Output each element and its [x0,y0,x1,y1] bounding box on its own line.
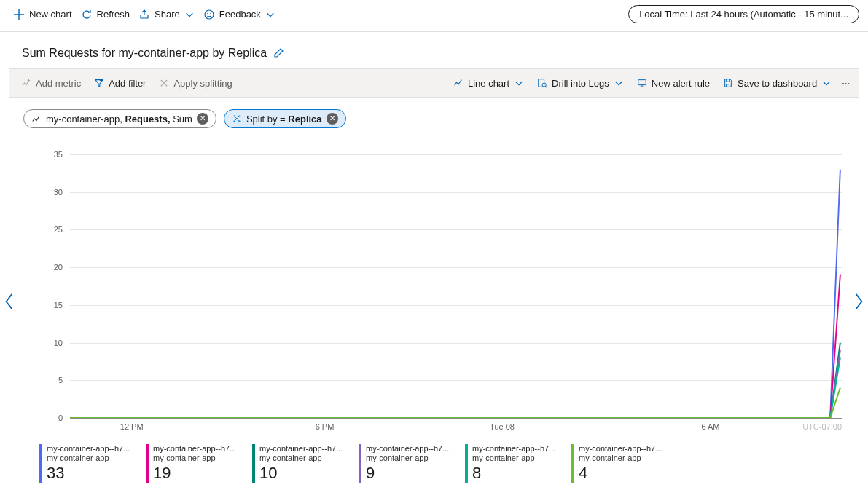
y-tick: 30 [54,188,63,197]
chart-area: 05101520253035 UTC-07:00 12 PM6 PMTue 08… [26,154,842,438]
series-line [70,388,840,418]
svg-point-2 [210,12,211,14]
drill-into-logs-button[interactable]: Drill into Logs [531,75,630,92]
filter-pill-row: my-container-app, Requests, Sum ✕ Split … [0,98,868,133]
legend-series-value: 8 [472,464,555,482]
chevron-down-icon [514,78,524,88]
filter-icon [94,78,104,88]
add-filter-label: Add filter [109,78,146,89]
chevron-down-icon [265,9,275,20]
x-tick: 12 PM [120,422,144,431]
x-tick: Tue 08 [490,422,515,431]
refresh-button[interactable]: Refresh [77,6,135,23]
new-chart-label: New chart [29,9,72,20]
series-line [70,343,840,418]
add-filter-button[interactable]: Add filter [88,75,152,92]
legend-item[interactable]: my-container-app--h7... my-container-app… [359,444,461,483]
line-chart-icon [453,78,464,88]
y-tick: 15 [54,301,63,309]
legend-color-bar [146,444,149,483]
refresh-icon [81,9,93,20]
legend-item[interactable]: my-container-app--h7... my-container-app… [465,444,567,483]
smiley-icon [203,9,215,20]
legend-item[interactable]: my-container-app--h7... my-container-app… [252,444,354,483]
add-metric-button[interactable]: Add metric [15,75,87,92]
legend-color-bar [39,444,42,483]
chevron-down-icon [614,78,624,88]
legend-item[interactable]: my-container-app--h7... my-container-app… [39,444,141,483]
legend-series-resource: my-container-app [579,454,662,463]
legend-series-resource: my-container-app [47,454,130,463]
legend-series-resource: my-container-app [153,454,236,463]
split-icon [232,114,242,124]
legend-color-bar [252,444,255,483]
split-icon [159,78,169,88]
prev-chart-arrow[interactable] [3,291,16,316]
series-line [70,357,840,418]
svg-rect-9 [638,80,646,85]
apply-splitting-button[interactable]: Apply splitting [153,75,238,92]
split-pill[interactable]: Split by = Replica ✕ [224,109,346,128]
chart-type-label: Line chart [468,78,509,89]
legend-series-name: my-container-app--h7... [366,444,449,454]
edit-icon[interactable] [273,47,284,59]
legend-series-value: 19 [153,464,236,482]
plus-icon [13,9,25,20]
remove-pill-icon[interactable]: ✕ [197,113,208,125]
svg-point-0 [205,10,214,19]
apply-splitting-label: Apply splitting [173,78,232,89]
new-alert-label: New alert rule [652,78,710,89]
remove-pill-icon[interactable]: ✕ [327,113,338,125]
time-range-picker[interactable]: Local Time: Last 24 hours (Automatic - 1… [628,5,859,23]
legend-series-value: 4 [579,464,662,482]
y-tick: 0 [58,414,63,422]
share-button[interactable]: Share [134,6,199,23]
svg-point-1 [207,12,208,14]
drill-logs-label: Drill into Logs [552,78,609,89]
legend-series-resource: my-container-app [259,454,343,463]
legend-series-name: my-container-app--h7... [472,444,555,454]
chart-type-dropdown[interactable]: Line chart [447,75,530,92]
series-line [70,170,840,418]
top-toolbar: New chart Refresh Share Feedback Local T… [0,0,868,32]
series-line [70,274,840,418]
alert-icon [637,78,647,88]
chevron-down-icon [184,9,195,20]
y-tick: 10 [54,339,63,347]
x-tick: 6 PM [316,422,335,431]
feedback-button[interactable]: Feedback [199,6,280,23]
share-icon [138,9,150,20]
logs-icon [537,78,547,88]
next-chart-arrow[interactable] [852,291,865,316]
legend-series-name: my-container-app--h7... [153,444,236,454]
metric-pill[interactable]: my-container-app, Requests, Sum ✕ [23,109,216,128]
legend-color-bar [571,444,574,483]
legend-color-bar [359,444,361,483]
more-options-button[interactable]: ··· [839,78,853,89]
x-axis: UTC-07:00 12 PM6 PMTue 086 AM [70,418,842,438]
y-tick: 5 [58,376,63,384]
chevron-down-icon [821,78,832,88]
metric-icon [31,114,42,124]
legend-series-value: 33 [47,464,130,482]
new-alert-rule-button[interactable]: New alert rule [631,75,716,92]
chart-title-row: Sum Requests for my-container-app by Rep… [0,32,868,68]
chart-options-bar: Add metric Add filter Apply splitting Li… [9,68,859,98]
legend-series-name: my-container-app--h7... [259,444,343,454]
metric-icon [21,78,31,88]
new-chart-button[interactable]: New chart [9,6,77,23]
share-label: Share [155,9,180,20]
timezone-label: UTC-07:00 [802,422,842,431]
chart-legend: my-container-app--h7... my-container-app… [39,444,842,483]
x-tick: 6 AM [701,422,719,431]
save-to-dashboard-button[interactable]: Save to dashboard [717,75,837,92]
y-axis: 05101520253035 [26,154,70,418]
refresh-label: Refresh [97,9,130,20]
save-icon [723,78,733,88]
save-dash-label: Save to dashboard [738,78,817,89]
legend-item[interactable]: my-container-app--h7... my-container-app… [571,444,673,483]
legend-item[interactable]: my-container-app--h7... my-container-app… [146,444,248,483]
legend-series-name: my-container-app--h7... [579,444,662,454]
legend-series-resource: my-container-app [366,454,449,463]
add-metric-label: Add metric [36,78,81,89]
